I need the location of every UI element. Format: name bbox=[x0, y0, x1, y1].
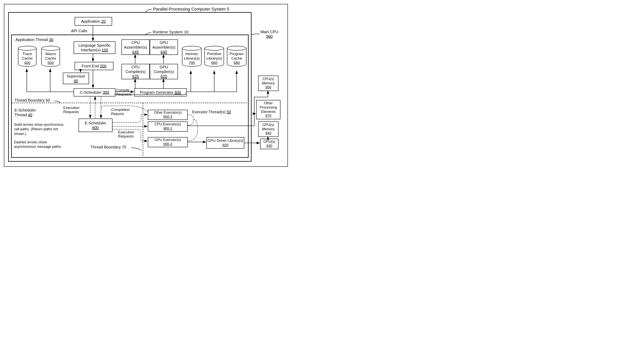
gpu-driver-box: GPU Driver Library(s) 920 bbox=[206, 137, 244, 148]
cpu-asm-box: CPU Assembler(s) 645 bbox=[122, 40, 150, 55]
other-proc-box: Other Processing Elements 970 bbox=[256, 100, 280, 119]
macro-cache-cyl: Macro Cache 500 bbox=[42, 48, 60, 66]
exec-req-bot-label: ExecutionRequests bbox=[118, 130, 134, 138]
program-cache-cyl: Program Cache 680 bbox=[227, 48, 246, 66]
gpus-memory-box: GPU(s) Memory 940 bbox=[258, 122, 278, 137]
lang-spec-box: Language Specific Interface(s) 100 bbox=[74, 42, 116, 54]
gpu-asm-box: GPU Assembler(s) 640 bbox=[150, 40, 178, 55]
thread-boundary-60-label: Thread Boundary 60 bbox=[14, 98, 50, 102]
runtime-label: Runtime System 10 bbox=[152, 30, 189, 34]
cpu-exec-box: CPU Executor(s) 900-1 bbox=[148, 122, 188, 132]
system-title: Parallel-Processing Computer System 5 bbox=[153, 7, 230, 12]
cpu-comp-box: CPU Compiler(s) 625 bbox=[122, 64, 150, 79]
front-end-box: Front End 200 bbox=[74, 62, 114, 70]
intrinsic-lib-cyl: Intrinsic Library(s) 700 bbox=[182, 48, 202, 66]
gpu-exec-box: GPU Executor(s) 900-2 bbox=[148, 137, 188, 147]
main-cpu-num: 960 bbox=[266, 34, 272, 38]
e-scheduler-box: E-Scheduler 800 bbox=[78, 118, 112, 132]
trace-cache-cyl: Trace Cache 400 bbox=[18, 48, 36, 66]
api-calls-label: API Calls bbox=[71, 29, 88, 33]
other-exec-box: Other Executor(s) 900-3 bbox=[148, 110, 188, 120]
compile-req-label: CompileRequests bbox=[116, 88, 132, 96]
c-scheduler-box: C-Scheduler 300 bbox=[74, 88, 116, 96]
main-cpu-label: Main CPU 960 bbox=[260, 30, 279, 39]
main-cpu-text: Main CPU bbox=[260, 30, 278, 34]
exec-req-top-label: ExecutionRequests bbox=[63, 106, 80, 114]
application-box: Application 20 bbox=[74, 17, 112, 26]
gpu-comp-box: GPU Compiler(s) 620 bbox=[150, 64, 178, 79]
diagram-root: Parallel-Processing Computer System 5 Ma… bbox=[4, 4, 288, 167]
e-sched-thread-label: E-SchedulerThread 40 bbox=[14, 108, 36, 117]
supervisor-box: Supervisor 80 bbox=[63, 73, 89, 84]
primitive-lib-cyl: Primitive Library(s) 660 bbox=[204, 48, 224, 66]
app-thread-label: Application Thread 30 bbox=[15, 38, 54, 42]
executor-threads-label: Executor Thread(s) 50 bbox=[192, 110, 232, 114]
gpus-box: GPU(s) 930 bbox=[260, 139, 278, 149]
cpus-memory-box: CPU(s) Memory 950 bbox=[258, 76, 278, 91]
note-sync: Solid arrows show synchronous call paths… bbox=[14, 122, 65, 136]
thread-boundary-70-label: Thread Boundary 70 bbox=[90, 145, 126, 150]
prog-gen-box: Program Generator 600 bbox=[134, 88, 187, 96]
completion-reports-label: CompletionReports bbox=[111, 108, 130, 116]
note-async: Dashed arrows show asynchronous message … bbox=[14, 140, 65, 149]
